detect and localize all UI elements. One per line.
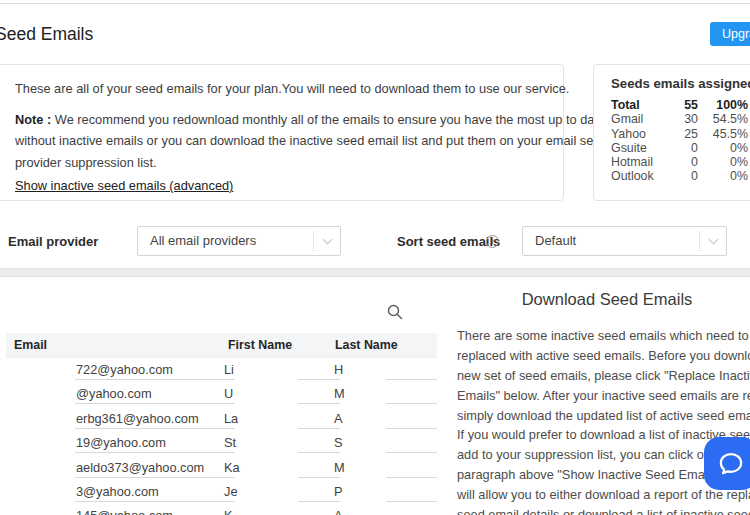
first-name-field-underline: [298, 428, 340, 429]
first-name-field-underline: [298, 452, 340, 453]
provider-percent: 0%: [698, 155, 748, 169]
last-name-field-underline: [386, 403, 437, 404]
provider-percent: 0%: [698, 169, 748, 183]
seeds-stat-row: Yahoo 25 45.5%: [611, 127, 748, 141]
provider-count: 0: [658, 169, 698, 183]
chevron-down-icon: [323, 236, 331, 244]
provider-label: Gmail: [611, 112, 658, 126]
email-cell: 722@yahoo.com: [76, 362, 173, 377]
first-name-field-underline: [298, 379, 340, 380]
chat-widget-button[interactable]: [704, 437, 750, 490]
email-provider-select[interactable]: All email providers: [137, 226, 341, 256]
email-field-underline: [75, 379, 235, 380]
email-field-underline: [75, 501, 235, 502]
first-name-field-underline: [298, 501, 340, 502]
last-name-cell: S: [334, 435, 343, 450]
sort-seed-emails-select[interactable]: Default: [522, 226, 727, 256]
first-name-cell: St: [224, 435, 236, 450]
provider-percent: 54.5%: [698, 112, 748, 126]
email-cell: erbg361@yahoo.com: [76, 411, 199, 426]
table-row: erbg361@yahoo.com La A: [6, 407, 437, 431]
last-name-cell: H: [334, 362, 343, 377]
download-panel-paragraph-1: There are some inactive seed emails whic…: [457, 326, 750, 426]
table-row: 3@yahoo.com Je P: [6, 480, 437, 504]
last-name-field-underline: [386, 477, 437, 478]
intro-text: These are all of your seed emails for yo…: [15, 81, 569, 96]
seed-emails-table-card: Email First Name Last Name 722@yahoo.com…: [6, 277, 437, 515]
last-name-cell: A: [334, 508, 343, 515]
column-header-first-name: First Name: [228, 333, 292, 358]
last-name-cell: M: [334, 460, 345, 475]
dropdown-separator: [313, 231, 314, 251]
show-inactive-seed-emails-link[interactable]: Show inactive seed emails (advanced): [15, 178, 233, 193]
top-divider: [0, 3, 750, 4]
intro-card: These are all of your seed emails for yo…: [0, 64, 564, 201]
provider-percent: 45.5%: [698, 127, 748, 141]
first-name-cell: K: [224, 508, 233, 515]
provider-label: Gsuite: [611, 141, 658, 155]
provider-count: 0: [658, 141, 698, 155]
first-name-cell: Je: [224, 484, 238, 499]
note-label: Note :: [15, 112, 51, 127]
provider-label: Total: [611, 98, 658, 112]
last-name-field-underline: [386, 428, 437, 429]
provider-count: 0: [658, 155, 698, 169]
dropdown-separator: [699, 231, 700, 251]
email-cell: 19@yahoo.com: [76, 435, 166, 450]
first-name-cell: U: [224, 386, 233, 401]
table-row: 145@yahoo.com K A: [6, 504, 437, 515]
first-name-cell: La: [224, 411, 238, 426]
search-icon[interactable]: [386, 303, 404, 321]
seeds-stat-row: Total 55 100%: [611, 98, 748, 112]
last-name-cell: P: [334, 484, 343, 499]
provider-label: Outlook: [611, 169, 658, 183]
seeds-stat-row: Hotmail 0 0%: [611, 155, 748, 169]
table-header: Email First Name Last Name: [6, 333, 437, 358]
provider-count: 25: [658, 127, 698, 141]
seeds-assigned-stats: Total 55 100% Gmail 30 54.5% Yahoo 25 45…: [611, 98, 748, 184]
email-cell: 145@yahoo.com: [76, 508, 173, 515]
seeds-assigned-title: Seeds emails assigned: [611, 76, 750, 91]
provider-label: Hotmail: [611, 155, 658, 169]
first-name-field-underline: [298, 477, 340, 478]
provider-percent: 100%: [698, 98, 748, 112]
last-name-field-underline: [386, 501, 437, 502]
table-row: @yahoo.com U M: [6, 382, 437, 406]
email-field-underline: [75, 428, 235, 429]
table-body: 722@yahoo.com Li H @yahoo.com U M erbg36…: [6, 358, 437, 515]
chevron-down-icon: [709, 236, 717, 244]
sort-value: Default: [535, 227, 576, 255]
seeds-assigned-card: Seeds emails assigned Total 55 100% Gmai…: [593, 64, 750, 201]
note-text: We recommend you redownload monthly all …: [15, 112, 624, 170]
provider-label: Yahoo: [611, 127, 658, 141]
email-provider-value: All email providers: [150, 227, 256, 255]
email-cell: aeldo373@yahoo.com: [76, 460, 204, 475]
seeds-stat-row: Gmail 30 54.5%: [611, 112, 748, 126]
info-icon[interactable]: i: [486, 235, 499, 248]
table-row: aeldo373@yahoo.com Ka M: [6, 456, 437, 480]
table-row: 19@yahoo.com St S: [6, 431, 437, 455]
provider-count: 55: [658, 98, 698, 112]
chat-bubble-icon: [717, 450, 745, 478]
seeds-stat-row: Outlook 0 0%: [611, 169, 748, 183]
provider-percent: 0%: [698, 141, 748, 155]
email-cell: 3@yahoo.com: [76, 484, 159, 499]
seeds-stat-row: Gsuite 0 0%: [611, 141, 748, 155]
email-field-underline: [75, 403, 235, 404]
first-name-field-underline: [298, 403, 340, 404]
email-provider-label: Email provider: [8, 234, 98, 249]
last-name-cell: M: [334, 386, 345, 401]
section-divider: [0, 268, 750, 277]
download-panel-title: Download Seed Emails: [444, 290, 750, 309]
last-name-field-underline: [386, 452, 437, 453]
column-header-last-name: Last Name: [335, 333, 398, 358]
email-field-underline: [75, 452, 235, 453]
provider-count: 30: [658, 112, 698, 126]
intro-note: Note : We recommend you redownload month…: [15, 109, 624, 173]
last-name-cell: A: [334, 411, 343, 426]
upgrade-button[interactable]: Upgrade: [710, 22, 750, 46]
email-field-underline: [75, 477, 235, 478]
first-name-cell: Ka: [224, 460, 240, 475]
first-name-cell: Li: [224, 362, 234, 377]
last-name-field-underline: [386, 379, 437, 380]
